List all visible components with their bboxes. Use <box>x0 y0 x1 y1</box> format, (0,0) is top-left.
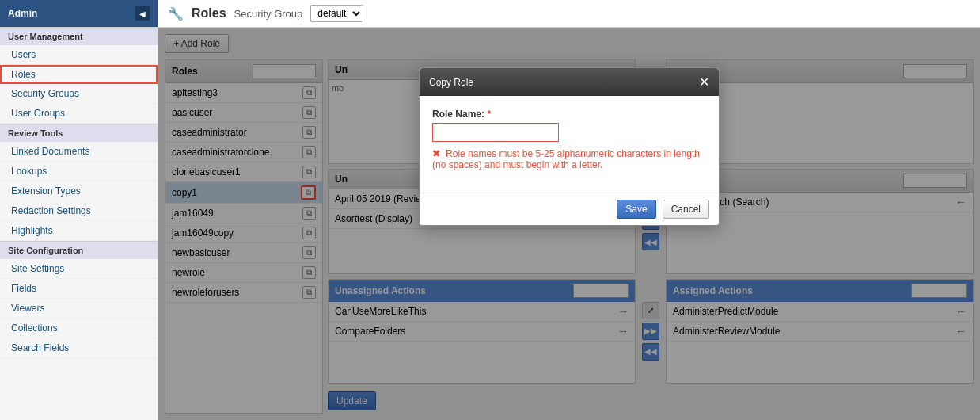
sidebar-header[interactable]: Admin ◀ <box>0 0 158 27</box>
sidebar-section-site-config: Site Configuration <box>0 241 158 259</box>
sidebar-item-fields[interactable]: Fields <box>0 279 158 299</box>
sidebar-toggle-button[interactable]: ◀ <box>135 6 150 21</box>
sidebar: Admin ◀ User Management Users Roles Secu… <box>0 0 158 420</box>
sidebar-item-lookups[interactable]: Lookups <box>0 162 158 181</box>
top-bar: 🔧 Roles Security Group default <box>158 0 980 28</box>
sidebar-item-extension-types[interactable]: Extension Types <box>0 181 158 201</box>
sidebar-item-user-groups[interactable]: User Groups <box>0 104 158 124</box>
modal-overlay: Copy Role ✕ Role Name: * ✖ Role names mu… <box>158 28 980 420</box>
copy-role-modal: Copy Role ✕ Role Name: * ✖ Role names mu… <box>419 67 720 226</box>
modal-title: Copy Role <box>429 77 473 88</box>
error-message: ✖ Role names must be 5-25 alphanumeric c… <box>432 148 706 170</box>
modal-footer: Save Cancel <box>420 193 719 225</box>
modal-cancel-button[interactable]: Cancel <box>663 200 709 219</box>
sidebar-item-roles[interactable]: Roles <box>0 65 158 84</box>
sidebar-content: User Management Users Roles Security Gro… <box>0 27 158 420</box>
sidebar-item-redaction-settings[interactable]: Redaction Settings <box>0 201 158 221</box>
role-name-label: Role Name: * <box>432 109 706 120</box>
sidebar-item-site-settings[interactable]: Site Settings <box>0 259 158 279</box>
sidebar-title: Admin <box>8 8 37 19</box>
page-title: Roles <box>192 6 226 21</box>
sidebar-item-highlights[interactable]: Highlights <box>0 221 158 241</box>
sidebar-item-security-groups[interactable]: Security Groups <box>0 84 158 104</box>
required-marker: * <box>487 109 491 120</box>
sidebar-item-viewers[interactable]: Viewers <box>0 299 158 319</box>
security-group-label: Security Group <box>234 8 303 20</box>
sidebar-section-user-management: User Management <box>0 27 158 45</box>
sidebar-item-linked-documents[interactable]: Linked Documents <box>0 142 158 162</box>
sidebar-item-users[interactable]: Users <box>0 45 158 65</box>
security-group-select[interactable]: default <box>310 5 363 22</box>
sidebar-item-search-fields[interactable]: Search Fields <box>0 338 158 358</box>
role-name-input[interactable] <box>432 123 559 142</box>
wrench-icon: 🔧 <box>168 6 184 21</box>
main-content: 🔧 Roles Security Group default + Add Rol… <box>158 0 980 420</box>
modal-close-button[interactable]: ✕ <box>699 74 709 90</box>
modal-body: Role Name: * ✖ Role names must be 5-25 a… <box>420 96 719 193</box>
content-area: + Add Role Roles apitesting3 ⧉ <box>158 28 980 420</box>
error-icon: ✖ <box>432 148 440 159</box>
sidebar-section-review-tools: Review Tools <box>0 124 158 142</box>
sidebar-item-collections[interactable]: Collections <box>0 319 158 338</box>
modal-header: Copy Role ✕ <box>420 68 719 96</box>
modal-save-button[interactable]: Save <box>617 200 655 219</box>
